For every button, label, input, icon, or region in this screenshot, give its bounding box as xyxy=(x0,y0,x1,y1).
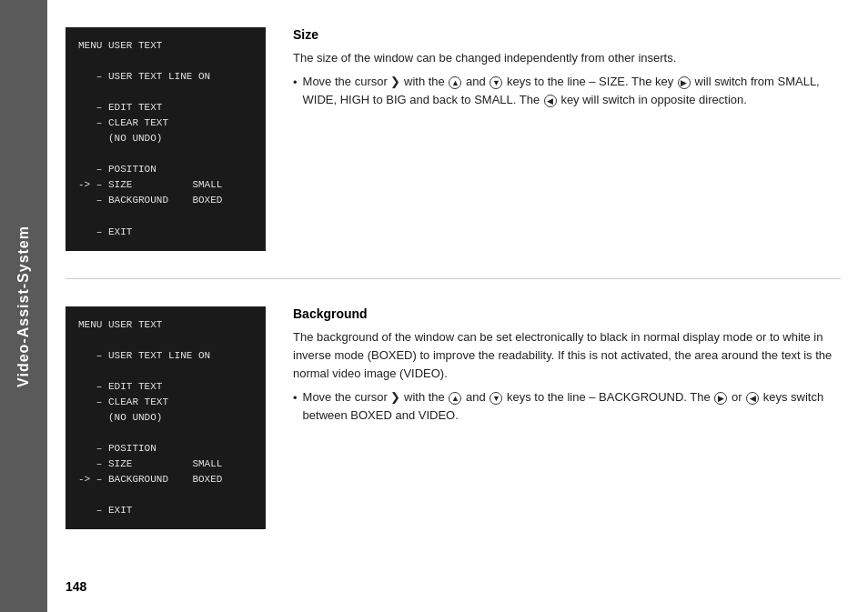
bullet-dot-1: • xyxy=(293,74,298,109)
main-content: MENU USER TEXT – USER TEXT LINE ON – EDI… xyxy=(47,0,868,612)
up-key-icon: ▲ xyxy=(449,76,461,89)
page-number: 148 xyxy=(66,570,841,594)
size-body: The size of the window can be changed in… xyxy=(293,49,841,109)
background-section: MENU USER TEXT – USER TEXT LINE ON – EDI… xyxy=(66,306,841,530)
size-intro: The size of the window can be changed in… xyxy=(293,49,841,67)
background-intro: The background of the window can be set … xyxy=(293,328,841,383)
background-menu-screenshot: MENU USER TEXT – USER TEXT LINE ON – EDI… xyxy=(66,306,266,530)
bullet-dot-2: • xyxy=(293,389,298,425)
left-key-icon-2: ◀ xyxy=(746,392,759,405)
background-body: The background of the window can be set … xyxy=(293,328,841,426)
size-text-content: Size The size of the window can be chang… xyxy=(293,27,841,109)
right-key-icon: ▶ xyxy=(678,76,691,89)
size-bullet-text: Move the cursor ❯ with the ▲ and ▼ keys … xyxy=(303,73,841,109)
section-divider xyxy=(66,278,841,279)
right-key-icon-2: ▶ xyxy=(714,392,727,405)
sidebar: Video-Assist-System xyxy=(0,0,47,612)
background-bullet-text: Move the cursor ❯ with the ▲ and ▼ keys … xyxy=(303,388,841,425)
down-key-icon: ▼ xyxy=(490,76,502,89)
background-title: Background xyxy=(293,306,841,321)
background-bullet: • Move the cursor ❯ with the ▲ and ▼ key… xyxy=(293,388,841,425)
cursor-arrow-icon-2: ❯ xyxy=(390,390,400,404)
cursor-arrow-icon: ❯ xyxy=(390,75,400,88)
size-title: Size xyxy=(293,27,841,42)
size-menu-screenshot: MENU USER TEXT – USER TEXT LINE ON – EDI… xyxy=(66,27,266,251)
sections-wrapper: MENU USER TEXT – USER TEXT LINE ON – EDI… xyxy=(66,27,841,570)
sidebar-label: Video-Assist-System xyxy=(15,226,32,387)
size-section: MENU USER TEXT – USER TEXT LINE ON – EDI… xyxy=(66,27,841,251)
left-key-icon: ◀ xyxy=(544,95,557,107)
background-text-content: Background The background of the window … xyxy=(293,306,841,426)
up-key-icon-2: ▲ xyxy=(449,392,461,405)
down-key-icon-2: ▼ xyxy=(490,392,502,405)
size-bullet: • Move the cursor ❯ with the ▲ and ▼ key… xyxy=(293,73,841,109)
